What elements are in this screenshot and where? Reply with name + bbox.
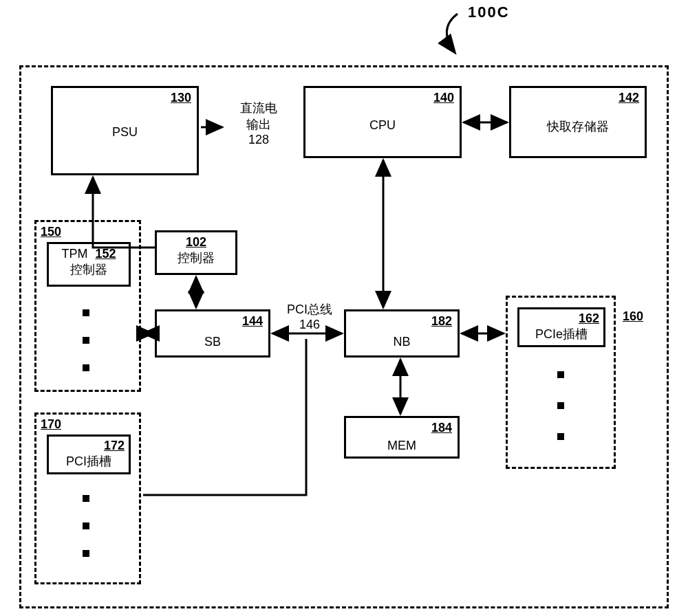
cache-ref: 142 [619, 91, 639, 105]
ellipsis-dot [83, 550, 89, 557]
figure-ref: 100C [468, 3, 510, 21]
dc-output-line2: 输出 [224, 116, 293, 133]
block-sb: 144 SB [155, 309, 270, 358]
ellipsis-dot [557, 402, 564, 409]
nb-label: NB [346, 335, 458, 349]
pcie-slot-ref: 162 [519, 311, 599, 326]
pci-group-ref: 170 [41, 417, 61, 432]
controller-label: 控制器 [157, 250, 235, 266]
pci-bus-label: PCI总线 [275, 301, 344, 318]
cpu-label: CPU [305, 118, 460, 133]
ellipsis-dot [83, 337, 89, 344]
block-mem: 184 MEM [344, 416, 460, 459]
psu-ref: 130 [171, 91, 191, 105]
block-pci-slot: 172 PCI插槽 [47, 434, 131, 474]
controller-ref: 102 [157, 235, 235, 250]
mem-ref: 184 [431, 421, 452, 435]
ellipsis-dot [83, 364, 89, 371]
dc-output-ref: 128 [224, 133, 293, 147]
pci-bus-label-group: PCI总线 146 [275, 301, 344, 332]
ellipsis-dot [557, 433, 564, 440]
dc-output-line1: 直流电 [224, 100, 293, 116]
pcie-slot-label: PCIe插槽 [519, 326, 603, 342]
psu-label: PSU [53, 125, 197, 140]
nb-ref: 182 [431, 314, 452, 329]
block-cache: 142 快取存储器 [509, 86, 647, 158]
ellipsis-dot [83, 522, 89, 529]
ellipsis-dot [557, 371, 564, 378]
sb-ref: 144 [242, 314, 263, 329]
block-psu: 130 PSU [51, 86, 199, 175]
sb-label: SB [157, 335, 268, 349]
block-controller: 102 控制器 [155, 230, 237, 275]
cpu-ref: 140 [433, 91, 454, 105]
pci-slot-label: PCI插槽 [49, 453, 129, 470]
mem-label: MEM [346, 439, 458, 453]
cache-label: 快取存储器 [511, 118, 645, 135]
ellipsis-dot [83, 495, 89, 502]
tpm-ref: 152 [95, 247, 116, 261]
tpm-sublabel: 控制器 [49, 261, 129, 278]
dc-output-label: 直流电 输出 128 [224, 100, 293, 147]
pci-bus-ref: 146 [275, 318, 344, 332]
block-cpu: 140 CPU [303, 86, 462, 158]
block-nb: 182 NB [344, 309, 460, 358]
ellipsis-dot [83, 309, 89, 316]
pcie-group-ref: 160 [623, 309, 643, 324]
block-pcie-slot: 162 PCIe插槽 [517, 307, 605, 347]
pci-slot-ref: 172 [49, 439, 125, 453]
tpm-group-ref: 150 [41, 225, 61, 239]
block-tpm: TPM 152 控制器 [47, 242, 131, 287]
diagram-canvas: 100C 130 PSU 直流电 输出 128 140 CPU 142 快取存储… [0, 0, 688, 616]
tpm-label: TPM [61, 247, 87, 261]
